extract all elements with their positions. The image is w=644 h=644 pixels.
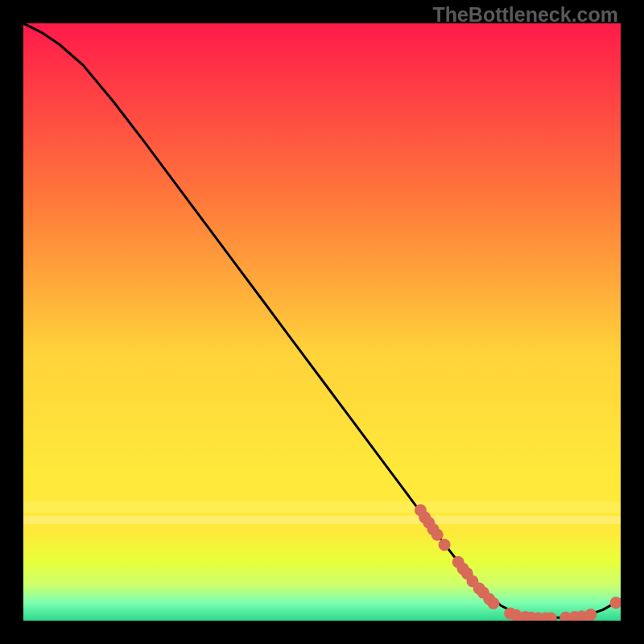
chart-frame xyxy=(23,23,621,621)
highlight-band-2 xyxy=(23,516,621,524)
data-point xyxy=(584,609,597,621)
data-point xyxy=(488,597,500,609)
data-point xyxy=(439,539,451,551)
chart-plot xyxy=(23,23,621,621)
highlight-band-1 xyxy=(23,502,621,513)
watermark-text: TheBottleneck.com xyxy=(432,3,618,27)
gradient-background xyxy=(23,23,621,621)
data-point xyxy=(431,529,444,541)
